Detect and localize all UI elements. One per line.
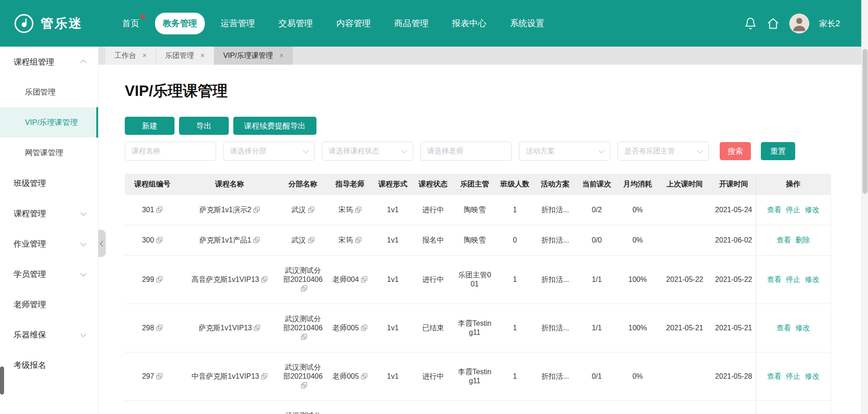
edit-link[interactable]: 修改	[805, 276, 820, 283]
copy-icon[interactable]	[156, 373, 163, 380]
export-button[interactable]: 导出	[179, 117, 229, 135]
copy-icon[interactable]	[308, 206, 315, 213]
copy-icon[interactable]	[156, 276, 163, 283]
bell-icon[interactable]	[744, 17, 757, 30]
sidebar-item-label: 老师管理	[14, 299, 46, 310]
sidebar-item-0[interactable]: 课程组管理	[0, 47, 98, 77]
copy-icon[interactable]	[156, 206, 163, 213]
copy-icon[interactable]	[253, 237, 260, 243]
course-name-filter[interactable]: 课程名称	[125, 142, 216, 161]
stop-link[interactable]: 停止	[786, 372, 801, 380]
sidebar-collapse-handle[interactable]	[98, 230, 106, 257]
teacher-filter[interactable]: 请选择老师	[420, 142, 512, 161]
create-button[interactable]: 新建	[125, 117, 175, 135]
delete-link[interactable]: 删除	[796, 236, 810, 244]
edit-link[interactable]: 修改	[796, 324, 810, 332]
stop-link[interactable]: 停止	[786, 206, 801, 214]
copy-icon[interactable]	[361, 373, 368, 380]
cell-last-lesson-time	[658, 352, 712, 401]
sidebar-scrollbar-thumb[interactable]	[0, 366, 4, 395]
cell-monthly-consume: 100%	[618, 256, 658, 304]
copy-icon[interactable]	[301, 333, 307, 340]
cell-value: 1v1	[387, 372, 399, 380]
view-link[interactable]: 查看	[777, 324, 791, 332]
sidebar-item-5[interactable]: 老师管理	[0, 289, 98, 319]
cell-value: 2021-05-21	[666, 324, 703, 332]
copy-icon[interactable]	[253, 206, 260, 213]
nav-item-label: 报表中心	[452, 19, 486, 28]
nav-item-3[interactable]: 交易管理	[271, 13, 321, 34]
page-scrollbar[interactable]	[861, 0, 868, 414]
tab-close-icon[interactable]: ×	[279, 52, 283, 59]
copy-icon[interactable]	[361, 324, 368, 331]
cell-class-size	[495, 401, 534, 414]
sidebar-item-7[interactable]: 考级报名	[0, 350, 98, 380]
copy-icon[interactable]	[361, 276, 368, 283]
nav-item-6[interactable]: 报表中心	[444, 13, 494, 34]
copy-icon[interactable]	[355, 206, 362, 213]
cell-teacher	[326, 401, 373, 414]
nav-item-5[interactable]: 商品管理	[387, 13, 436, 34]
sidebar-item-6[interactable]: 乐器维保	[0, 319, 98, 350]
course-status-filter[interactable]: 请选择课程状态	[322, 142, 413, 161]
copy-icon[interactable]	[254, 324, 260, 331]
copy-icon[interactable]	[301, 285, 307, 292]
cell-value: 0/0	[592, 236, 602, 244]
nav-item-label: 内容管理	[336, 19, 371, 28]
nav-item-0[interactable]: 首页	[114, 13, 147, 34]
view-link[interactable]: 查看	[767, 372, 782, 380]
copy-icon[interactable]	[301, 382, 307, 389]
avatar[interactable]	[789, 14, 809, 33]
branch-filter[interactable]: 请选择分部	[223, 142, 315, 161]
nav-item-2[interactable]: 运营管理	[213, 13, 263, 34]
home-icon[interactable]	[767, 17, 779, 30]
tab-close-icon[interactable]: ×	[142, 52, 146, 59]
column-header-11: 上次课时间	[658, 174, 712, 195]
stop-link[interactable]: 停止	[786, 276, 801, 283]
renewal-reminder-export-button[interactable]: 课程续费提醒导出	[233, 117, 316, 135]
view-link[interactable]: 查看	[767, 206, 782, 214]
cell-start-time: 2021-05-24	[712, 195, 756, 225]
copy-icon[interactable]	[156, 324, 163, 331]
app-logo[interactable]: 管乐迷	[14, 13, 83, 34]
sidebar-item-3[interactable]: 作业管理	[0, 228, 98, 259]
copy-icon[interactable]	[308, 237, 315, 243]
cell-value: 武汉测试分部20210406	[283, 363, 322, 380]
view-link[interactable]: 查看	[777, 236, 791, 244]
sidebar-item-2[interactable]: 课程管理	[0, 198, 98, 228]
tab-0[interactable]: 工作台×	[105, 47, 156, 65]
cell-value: 1/1	[592, 276, 602, 283]
search-button[interactable]: 搜索	[720, 142, 751, 160]
cell-value: 298	[142, 324, 154, 332]
tab-2[interactable]: VIP/乐理课管理×	[214, 47, 293, 65]
sidebar-subitem-0-0[interactable]: 乐团管理	[0, 77, 98, 107]
cell-branch: 武汉测试分部20210406	[279, 256, 326, 304]
page-scrollbar-thumb[interactable]	[863, 49, 868, 194]
nav-item-1[interactable]: 教务管理	[155, 13, 205, 34]
sidebar-subitem-0-1[interactable]: VIP/乐理课管理	[0, 107, 98, 138]
nav-item-4[interactable]: 内容管理	[329, 13, 378, 34]
edit-link[interactable]: 修改	[805, 206, 820, 214]
cell-monthly-consume: 0%	[618, 195, 658, 225]
copy-icon[interactable]	[261, 373, 268, 380]
user-name[interactable]: 家长2	[819, 18, 840, 29]
reset-button[interactable]: 重置	[761, 142, 795, 160]
sidebar-item-1[interactable]: 班级管理	[0, 168, 98, 198]
cell-form: 1v1	[373, 195, 412, 225]
tab-close-icon[interactable]: ×	[200, 52, 204, 59]
copy-icon[interactable]	[355, 237, 362, 243]
nav-item-label: 首页	[122, 19, 139, 28]
cell-value: 萨克斯1v1演示2	[199, 206, 251, 214]
nav-item-7[interactable]: 系统设置	[502, 13, 552, 34]
copy-icon[interactable]	[156, 237, 163, 243]
sidebar-subitem-0-2[interactable]: 网管课管理	[0, 138, 98, 168]
edit-link[interactable]: 修改	[805, 372, 820, 380]
chevron-down-icon	[80, 331, 86, 337]
copy-icon[interactable]	[261, 276, 268, 283]
sidebar-item-4[interactable]: 学员管理	[0, 259, 98, 289]
tab-1[interactable]: 乐团管理×	[156, 47, 214, 65]
view-link[interactable]: 查看	[767, 276, 782, 283]
orchestra-manager-filter[interactable]: 是否有乐团主管	[618, 142, 709, 161]
cell-id	[125, 401, 180, 414]
activity-plan-filter[interactable]: 活动方案	[519, 142, 610, 161]
